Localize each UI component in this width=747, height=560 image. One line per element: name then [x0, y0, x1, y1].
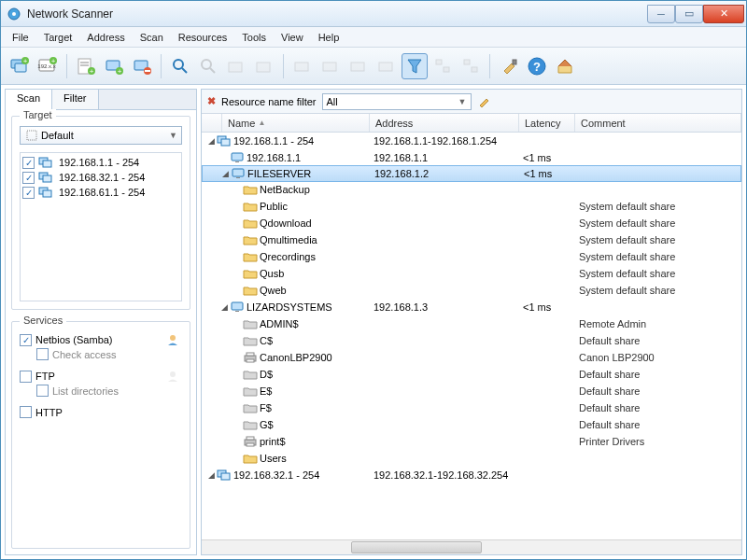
- tree-row[interactable]: CanonLBP2900Canon LBP2900: [202, 349, 741, 366]
- folder-g-icon: [243, 418, 258, 431]
- filter-select[interactable]: All▼: [322, 93, 472, 110]
- checkbox-checked-icon[interactable]: ✓: [22, 172, 35, 184]
- col-comment[interactable]: Comment: [575, 114, 741, 132]
- menu-file[interactable]: File: [5, 30, 36, 45]
- user-icon[interactable]: [165, 333, 180, 346]
- hscroll-thumb[interactable]: [351, 541, 482, 553]
- funnel-button[interactable]: [402, 53, 428, 79]
- menu-view[interactable]: View: [274, 30, 311, 45]
- add-monitors-button[interactable]: +: [7, 53, 33, 79]
- tree-row[interactable]: QusbSystem default share: [202, 265, 741, 282]
- grid-header: Name ▲ Address Latency Comment: [202, 114, 741, 133]
- tree-row[interactable]: D$Default share: [202, 366, 741, 383]
- row-name: Users: [260, 453, 287, 464]
- expand-toggle[interactable]: ◢: [218, 302, 230, 312]
- minimize-button[interactable]: ─: [647, 5, 675, 23]
- add-monitor-button[interactable]: +: [101, 53, 127, 79]
- col-address[interactable]: Address: [370, 114, 519, 132]
- target-select[interactable]: Default ▼: [20, 126, 182, 145]
- tree-row[interactable]: 192.168.1.1192.168.1.1<1 ms: [202, 149, 741, 166]
- add-ip-button[interactable]: 192.x.x+: [35, 53, 61, 79]
- titlebar[interactable]: Network Scanner ─ ▭ ✕: [1, 1, 746, 27]
- tree-row[interactable]: E$Default share: [202, 383, 741, 399]
- checkbox-checked-icon[interactable]: ✓: [22, 187, 35, 199]
- tree-row[interactable]: print$Printer Drivers: [202, 433, 741, 450]
- clear-filter-button[interactable]: ✖: [207, 95, 216, 107]
- tree-row[interactable]: NetBackup: [202, 181, 741, 198]
- col-name[interactable]: Name ▲: [222, 114, 370, 132]
- tree-row[interactable]: ◢FILESERVER192.168.1.2<1 ms: [202, 165, 741, 182]
- remove-monitor-button[interactable]: [129, 53, 155, 79]
- grid-body[interactable]: ◢192.168.1.1 - 254192.168.1.1-192.168.1.…: [202, 133, 741, 539]
- row-name: Qmultimedia: [260, 234, 317, 245]
- tree-row[interactable]: QdownloadSystem default share: [202, 215, 741, 231]
- expand-toggle[interactable]: ◢: [219, 169, 231, 178]
- sidetab-filter[interactable]: Filter: [52, 90, 98, 109]
- settings-button[interactable]: [496, 53, 522, 79]
- home-button[interactable]: [552, 53, 578, 79]
- menu-resources[interactable]: Resources: [171, 30, 235, 45]
- sidepanel: Scan Filter Target Default ▼ ✓192.168.1.…: [5, 89, 197, 555]
- menu-help[interactable]: Help: [311, 30, 347, 45]
- checkbox-icon[interactable]: [36, 385, 49, 397]
- hscrollbar[interactable]: [202, 539, 741, 554]
- user-dim-icon: [165, 370, 180, 383]
- svg-point-1: [12, 12, 16, 16]
- close-button[interactable]: ✕: [703, 5, 744, 23]
- tree-row[interactable]: C$Default share: [202, 332, 741, 349]
- svg-rect-59: [247, 437, 254, 440]
- tree-b-button[interactable]: [458, 53, 484, 79]
- checkbox-checked-icon[interactable]: ✓: [20, 334, 32, 346]
- col-tree[interactable]: [202, 114, 222, 132]
- checkbox-checked-icon[interactable]: ✓: [22, 157, 35, 169]
- tree-row[interactable]: QwebSystem default share: [202, 282, 741, 299]
- search-dim-button[interactable]: [195, 53, 221, 79]
- row-name: ADMIN$: [260, 318, 299, 329]
- folder-a-button[interactable]: [289, 53, 316, 79]
- menu-target[interactable]: Target: [36, 30, 80, 45]
- menu-tools[interactable]: Tools: [234, 30, 274, 45]
- row-address: 192.168.1.1: [370, 152, 519, 163]
- tree-row[interactable]: Users: [202, 450, 741, 467]
- maximize-button[interactable]: ▭: [675, 5, 703, 23]
- tree-row[interactable]: ◢192.168.1.1 - 254192.168.1.1-192.168.1.…: [202, 133, 741, 149]
- menu-address[interactable]: Address: [79, 30, 132, 45]
- sidetab-scan[interactable]: Scan: [6, 90, 52, 110]
- row-latency: <1 ms: [519, 152, 575, 163]
- row-address: 192.168.1.1-192.168.1.254: [370, 135, 519, 147]
- chevron-down-icon: ▼: [169, 131, 177, 140]
- folder-d-button[interactable]: [374, 53, 400, 79]
- menu-scan[interactable]: Scan: [133, 30, 171, 45]
- tree-row[interactable]: G$Default share: [202, 416, 741, 433]
- row-name: CanonLBP2900: [260, 352, 332, 363]
- folder-c-button[interactable]: [345, 53, 372, 79]
- tree-row[interactable]: ◢192.168.32.1 - 254192.168.32.1-192.168.…: [202, 467, 741, 483]
- tree-row[interactable]: PublicSystem default share: [202, 198, 741, 215]
- row-name: Qusb: [260, 268, 284, 279]
- svg-rect-40: [43, 161, 51, 167]
- col-latency[interactable]: Latency: [519, 114, 575, 132]
- tree-row[interactable]: QrecordingsSystem default share: [202, 248, 741, 265]
- checkbox-icon[interactable]: [20, 371, 32, 383]
- svg-rect-26: [257, 63, 270, 72]
- expand-toggle[interactable]: ◢: [205, 136, 217, 146]
- help-button[interactable]: ?: [524, 53, 550, 79]
- folder-search2-button[interactable]: [251, 53, 277, 79]
- row-latency: <1 ms: [519, 301, 575, 313]
- search-button[interactable]: [167, 53, 193, 79]
- tree-row[interactable]: ADMIN$Remote Admin: [202, 315, 741, 332]
- checkbox-icon[interactable]: [36, 348, 49, 360]
- svg-rect-27: [295, 63, 308, 71]
- expand-toggle[interactable]: ◢: [205, 470, 217, 480]
- tree-a-button[interactable]: [430, 53, 456, 79]
- edit-filter-button[interactable]: [477, 95, 492, 108]
- target-list[interactable]: ✓192.168.1.1 - 254 ✓192.168.32.1 - 254 ✓…: [20, 152, 182, 301]
- tree-row[interactable]: QmultimediaSystem default share: [202, 231, 741, 248]
- checkbox-icon[interactable]: [20, 406, 32, 418]
- folder-search-button[interactable]: [223, 53, 249, 79]
- folder-b-button[interactable]: [317, 53, 344, 79]
- tree-row[interactable]: F$Default share: [202, 399, 741, 416]
- tree-row[interactable]: ◢LIZARDSYSTEMS192.168.1.3<1 ms: [202, 299, 741, 315]
- add-list-button[interactable]: +: [73, 53, 99, 79]
- folder-y-icon: [243, 267, 258, 280]
